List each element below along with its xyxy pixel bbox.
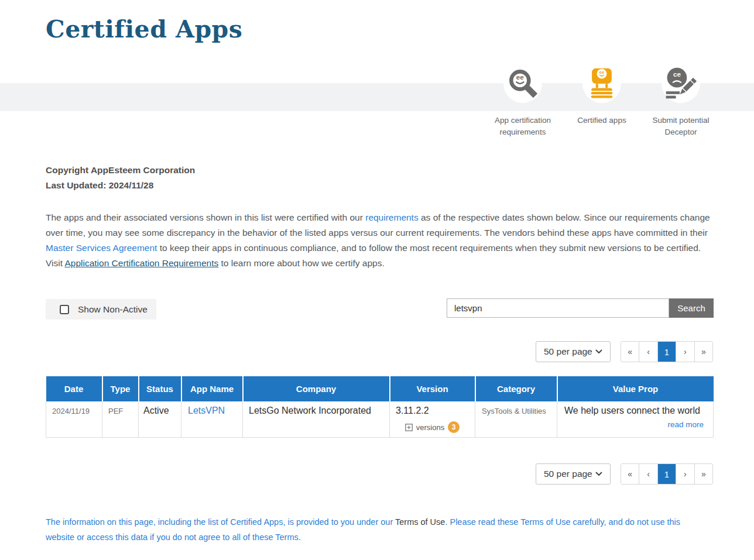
read-more-link[interactable]: read more xyxy=(667,420,704,429)
nav-label-certified-apps: Certified apps xyxy=(563,115,642,126)
svg-text:ee: ee xyxy=(599,70,605,75)
versions-label: versions xyxy=(416,423,444,432)
header-value-prop: Value Prop xyxy=(557,376,714,401)
magnifier-ee-icon: ee xyxy=(503,64,542,103)
nav-item-certified-apps[interactable]: ee Certified apps xyxy=(558,64,646,126)
nav-label-submit-potential-deceptor: Submit potential Deceptor xyxy=(642,115,721,138)
footer-text-1: The information on this page, including … xyxy=(46,517,395,527)
copyright-line: Copyright AppEsteem Corporation xyxy=(46,163,195,178)
application-certification-requirements-link[interactable]: Application Certification Requirements xyxy=(64,258,218,268)
versions-count-badge: 3 xyxy=(448,421,460,433)
prev-page-button-bottom[interactable]: ‹ xyxy=(639,464,657,484)
svg-text:ce: ce xyxy=(673,70,681,78)
current-page-button-bottom[interactable]: 1 xyxy=(657,464,676,484)
prev-page-button[interactable]: ‹ xyxy=(639,342,657,362)
table-row: 2024/11/19 PEF Active LetsVPN LetsGo Net… xyxy=(46,401,714,438)
plus-square-icon xyxy=(405,424,413,431)
header-app-name: App Name xyxy=(181,376,243,401)
cell-status: Active xyxy=(139,401,181,438)
pager-bottom: « ‹ 1 › » xyxy=(621,463,713,485)
cell-version: 3.11.2.2 versions 3 xyxy=(390,401,475,438)
first-page-button-bottom[interactable]: « xyxy=(621,464,639,484)
header-type: Type xyxy=(102,376,139,401)
next-page-button[interactable]: › xyxy=(676,342,694,362)
pagination-row-bottom: 50 per page « ‹ 1 › » xyxy=(0,463,754,485)
last-page-button[interactable]: » xyxy=(694,342,712,362)
cell-app-name: LetsVPN xyxy=(181,401,243,438)
table-header-row: Date Type Status App Name Company Versio… xyxy=(46,376,714,401)
master-services-agreement-link[interactable]: Master Services Agreement xyxy=(46,243,157,253)
header-company: Company xyxy=(243,376,390,401)
nav-item-submit-potential-deceptor[interactable]: ce Submit potential Deceptor xyxy=(637,64,725,138)
terms-of-use-link[interactable]: Terms of Use xyxy=(395,517,445,527)
chevron-down-icon xyxy=(595,349,602,354)
value-prop-text: We help users connect the world xyxy=(564,406,706,416)
header-version: Version xyxy=(390,376,475,401)
deceptor-pencil-icon: ce xyxy=(662,64,700,103)
intro-text-4: to learn more about how we certify apps. xyxy=(218,258,384,268)
per-page-value-bottom: 50 per page xyxy=(544,469,592,479)
page-title: Certified Apps xyxy=(46,15,242,43)
show-non-active-control[interactable]: Show Non-Active xyxy=(46,299,156,319)
next-page-button-bottom[interactable]: › xyxy=(676,464,694,484)
pagination-row-top: 50 per page « ‹ 1 › » xyxy=(0,341,754,362)
show-non-active-checkbox[interactable] xyxy=(60,305,69,314)
cell-value-prop: We help users connect the world read mor… xyxy=(557,401,714,438)
current-page-button[interactable]: 1 xyxy=(657,342,676,362)
header-category: Category xyxy=(475,376,557,401)
chevron-down-icon xyxy=(595,472,602,476)
last-updated-line: Last Updated: 2024/11/28 xyxy=(46,178,195,193)
header-status: Status xyxy=(139,376,181,401)
nav-item-app-certification-requirements[interactable]: ee App certification requirements xyxy=(479,64,567,138)
versions-expander[interactable]: versions 3 xyxy=(396,421,469,433)
requirements-link[interactable]: requirements xyxy=(365,212,418,222)
pager: « ‹ 1 › » xyxy=(621,341,713,362)
per-page-value: 50 per page xyxy=(544,346,592,357)
nav-label-app-certification-requirements: App certification requirements xyxy=(484,115,563,138)
cell-date: 2024/11/19 xyxy=(46,401,102,438)
header-date: Date xyxy=(46,376,102,401)
version-number: 3.11.2.2 xyxy=(396,406,469,416)
last-page-button-bottom[interactable]: » xyxy=(694,464,712,484)
certified-apps-page: Certified Apps ee App certification requ… xyxy=(0,0,754,560)
copyright-block: Copyright AppEsteem Corporation Last Upd… xyxy=(46,163,195,193)
certified-apps-stack-icon: ee xyxy=(582,64,621,103)
intro-text-1: The apps and their associated versions s… xyxy=(46,212,365,222)
show-non-active-label: Show Non-Active xyxy=(78,304,148,315)
search-input[interactable] xyxy=(447,298,669,318)
intro-paragraph: The apps and their associated versions s… xyxy=(46,210,711,271)
cell-type: PEF xyxy=(102,401,139,438)
terms-footer: The information on this page, including … xyxy=(46,514,700,545)
app-name-link[interactable]: LetsVPN xyxy=(188,406,225,415)
first-page-button[interactable]: « xyxy=(621,342,639,362)
cell-category: SysTools & Utilities xyxy=(475,401,557,438)
cell-company: LetsGo Network Incorporated xyxy=(243,401,390,438)
per-page-select-bottom[interactable]: 50 per page xyxy=(536,463,611,485)
per-page-select[interactable]: 50 per page xyxy=(536,341,611,362)
search-button[interactable]: Search xyxy=(669,298,714,318)
certified-apps-table: Date Type Status App Name Company Versio… xyxy=(46,376,714,438)
svg-text:ee: ee xyxy=(516,73,525,81)
